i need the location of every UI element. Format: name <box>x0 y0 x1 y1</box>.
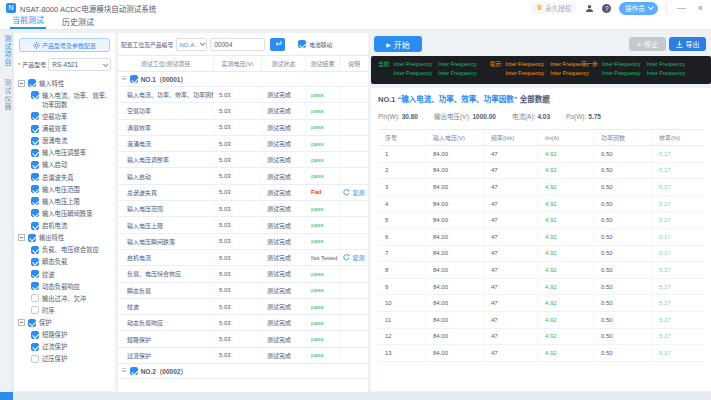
tree-item[interactable]: 输入启动 <box>31 159 112 171</box>
tree-item[interactable]: 短路保护 <box>31 329 112 341</box>
tree-item[interactable]: 输入电压调整率 <box>31 147 112 159</box>
tree-item[interactable]: 时序 <box>31 304 112 316</box>
test-row[interactable]: 输入电压范围5.03测试完成pass <box>118 201 368 217</box>
test-row[interactable]: 短路保护5.03测试完成pass <box>118 331 368 347</box>
export-button[interactable]: 导出 <box>669 37 706 51</box>
data-row[interactable]: 984.00474.920.505.17 <box>378 279 704 296</box>
close-button[interactable]: × <box>696 3 705 13</box>
test-row[interactable]: 浪涌电流5.03测试完成pass <box>118 136 368 152</box>
tree-parent-checkbox[interactable] <box>28 79 36 87</box>
minimize-button[interactable]: — <box>675 3 688 13</box>
collapse-icon[interactable] <box>18 234 25 241</box>
data-row[interactable]: 884.00474.920.505.17 <box>378 262 704 279</box>
tree-item[interactable]: 输入电压范围 <box>31 183 112 195</box>
tree-item[interactable]: 空载功率 <box>31 110 112 122</box>
tree-item-checkbox[interactable] <box>31 161 39 169</box>
data-row[interactable]: 484.00474.920.505.17 <box>378 196 704 213</box>
station-checkbox[interactable] <box>130 367 138 375</box>
data-row[interactable]: 584.00474.920.505.17 <box>378 212 704 229</box>
test-row[interactable]: 满载效率5.03测试完成pass <box>118 120 368 136</box>
tree-item-checkbox[interactable] <box>31 270 39 278</box>
data-row[interactable]: 1284.00474.920.505.17 <box>378 329 704 346</box>
data-row[interactable]: 1084.00474.920.505.17 <box>378 295 704 312</box>
tree-item-checkbox[interactable] <box>31 282 39 290</box>
tree-item-checkbox[interactable] <box>31 306 39 314</box>
serial-input[interactable]: 00004 <box>210 38 265 51</box>
test-row[interactable]: 负载、电压综合效应5.03测试完成pass <box>118 266 368 282</box>
station-group-row[interactable]: ≡NO.1（00001） <box>118 72 368 87</box>
sidenav-test-items[interactable]: 测试项目 <box>2 35 12 67</box>
tree-item-checkbox[interactable] <box>31 185 39 193</box>
tree-item-checkbox[interactable] <box>31 343 39 351</box>
tree-item-checkbox[interactable] <box>31 258 39 266</box>
help-icon[interactable]: ? <box>602 4 611 13</box>
tree-item-checkbox[interactable] <box>31 112 39 120</box>
stop-button[interactable]: × 停止 <box>629 37 666 51</box>
retest-button[interactable]: 复测 <box>340 185 368 200</box>
test-row[interactable]: 输入启动5.03测试完成pass <box>118 168 368 184</box>
test-row[interactable]: 空载功率5.03测试完成pass <box>118 103 368 119</box>
tree-item-checkbox[interactable] <box>31 355 39 363</box>
tree-item-checkbox[interactable] <box>31 173 39 181</box>
tree-parent-checkbox[interactable] <box>28 319 36 327</box>
tree-item-checkbox[interactable] <box>31 149 39 157</box>
tree-parent-item[interactable]: 保护 <box>18 317 112 329</box>
test-row[interactable]: 总谐波失真5.03测试完成Fail复测 <box>118 185 368 201</box>
sidenav-test-instruments[interactable]: 测试仪器 <box>2 79 12 111</box>
retest-button[interactable]: 复测 <box>340 250 368 265</box>
start-button[interactable]: ▶ 开始 <box>374 36 422 52</box>
tree-item-checkbox[interactable] <box>31 125 39 133</box>
test-row[interactable]: 过流保护5.03测试完成pass <box>118 348 368 364</box>
tree-item[interactable]: 动态负载响应 <box>31 280 112 292</box>
tree-parent-checkbox[interactable] <box>28 234 36 242</box>
drag-handle-icon[interactable]: ≡ <box>122 75 127 83</box>
data-row[interactable]: 684.00474.920.505.17 <box>378 229 704 246</box>
test-row[interactable]: 输入电流、功率、效率、功率因数5.03测试完成pass <box>118 87 368 103</box>
product-config-button[interactable]: 产品型号及参数配置 <box>19 38 110 52</box>
tree-item[interactable]: 瞬态负载 <box>31 256 112 268</box>
tree-item[interactable]: 总谐波失真 <box>31 171 112 183</box>
data-row[interactable]: 184.00474.920.505.17 <box>378 146 704 163</box>
user-icon[interactable] <box>585 4 594 13</box>
test-row[interactable]: 瞬态负载5.03测试完成pass <box>118 283 368 299</box>
tree-item[interactable]: 满载效率 <box>31 123 112 135</box>
station-select[interactable]: NO.A <box>176 38 207 51</box>
station-checkbox[interactable] <box>130 75 138 83</box>
tree-item[interactable]: 输入电压上限 <box>31 195 112 207</box>
data-row[interactable]: 384.00474.920.505.17 <box>378 179 704 196</box>
model-select[interactable]: RS-4521 <box>48 58 111 71</box>
tree-item-checkbox[interactable] <box>31 246 39 254</box>
tree-item-checkbox[interactable] <box>31 294 39 302</box>
test-row[interactable]: 启机电流5.03测试完成Not Tested复测 <box>118 250 368 266</box>
tree-item-checkbox[interactable] <box>31 137 39 145</box>
tree-parent-item[interactable]: 输入特性 <box>18 77 112 89</box>
tab-current-test[interactable]: 当前测试 <box>10 14 46 29</box>
tree-item[interactable]: 输出过冲、欠冲 <box>31 292 112 304</box>
test-row[interactable]: 纹波5.03测试完成pass <box>118 299 368 315</box>
collapse-icon[interactable] <box>18 319 25 326</box>
data-row[interactable]: 284.00474.920.505.17 <box>378 163 704 180</box>
tree-item-checkbox[interactable] <box>31 91 39 99</box>
data-row[interactable]: 1184.00474.920.505.17 <box>378 312 704 329</box>
user-menu-button[interactable]: 操作员 <box>619 2 658 15</box>
test-row[interactable]: 输入电压调整率5.03测试完成pass <box>118 152 368 168</box>
tree-item-checkbox[interactable] <box>31 222 39 230</box>
station-group-row[interactable]: ≡NO.2（00002） <box>118 364 368 379</box>
tree-parent-item[interactable]: 输出特性 <box>18 232 112 244</box>
tree-item[interactable]: 浪涌电流 <box>31 135 112 147</box>
tab-history-test[interactable]: 历史测试 <box>60 16 96 29</box>
battery-linkage-checkbox[interactable] <box>298 40 306 48</box>
test-row[interactable]: 输入电压上限5.03测试完成pass <box>118 217 368 233</box>
tree-item[interactable]: 输入电压瞬间跌落 <box>31 207 112 219</box>
collapse-icon[interactable] <box>18 80 25 87</box>
apply-serial-button[interactable] <box>270 38 285 51</box>
tree-item[interactable]: 输入电流、功率、效率、功率因数 <box>31 89 112 110</box>
data-row[interactable]: 1384.00474.920.505.17 <box>378 345 704 362</box>
test-row[interactable]: 输入电压瞬间跌落5.03测试完成pass <box>118 234 368 250</box>
tree-item-checkbox[interactable] <box>31 197 39 205</box>
tree-item-checkbox[interactable] <box>31 209 39 217</box>
tree-item[interactable]: 过流保护 <box>31 341 112 353</box>
battery-linkage-option[interactable]: 电池联动 <box>298 40 332 49</box>
data-row[interactable]: 784.00474.920.505.17 <box>378 246 704 263</box>
tree-item[interactable]: 过压保护 <box>31 353 112 365</box>
